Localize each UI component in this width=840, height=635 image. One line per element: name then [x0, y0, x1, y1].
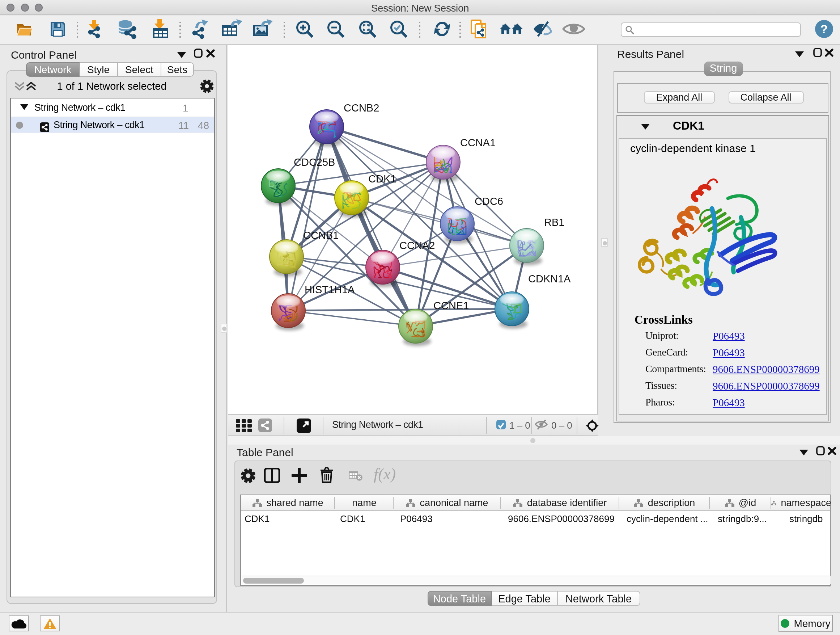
- svg-text:CDC6: CDC6: [475, 195, 503, 207]
- svg-text:CCNA2: CCNA2: [399, 240, 435, 251]
- svg-text:CCNE1: CCNE1: [433, 300, 469, 311]
- svg-text:CDC25B: CDC25B: [294, 157, 335, 168]
- svg-text:?: ?: [820, 22, 828, 35]
- svg-text:CCNA1: CCNA1: [460, 137, 496, 149]
- svg-text:HIST1H1A: HIST1H1A: [305, 284, 355, 295]
- svg-text:CDKN1A: CDKN1A: [528, 273, 571, 285]
- svg-text:CCNB2: CCNB2: [344, 102, 379, 114]
- svg-text:CDK1: CDK1: [368, 173, 396, 185]
- svg-text:RB1: RB1: [544, 217, 564, 228]
- svg-text:CCNB1: CCNB1: [303, 230, 339, 241]
